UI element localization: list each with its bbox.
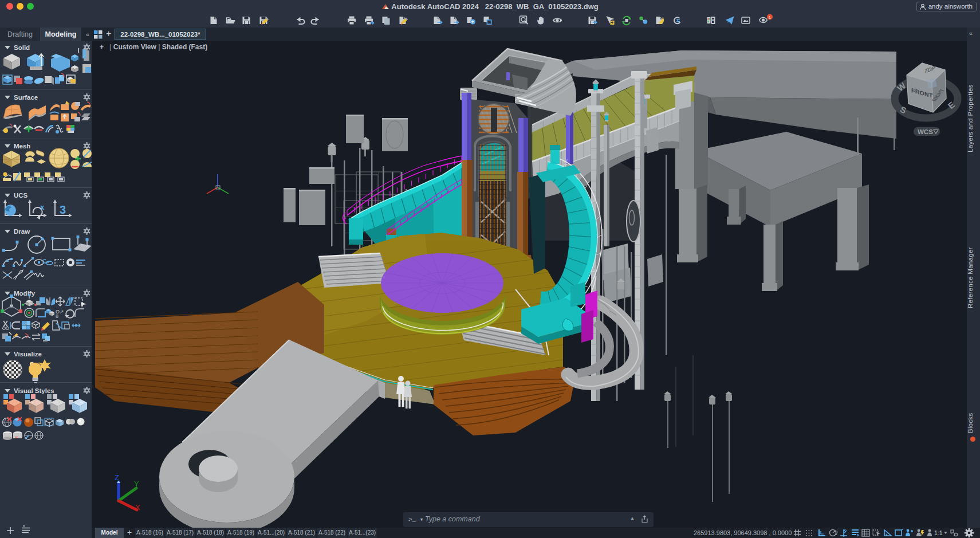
svg-text:Solid: Solid: [14, 44, 30, 51]
svg-text:Draw: Draw: [14, 228, 30, 235]
svg-text:x: x: [40, 203, 45, 211]
svg-text:1:1: 1:1: [934, 529, 943, 536]
svg-text:Y: Y: [134, 480, 139, 488]
svg-text:UCS: UCS: [14, 192, 28, 199]
svg-text:Visualize: Visualize: [14, 351, 42, 358]
svg-text:1: 1: [769, 15, 771, 19]
svg-text:WCS: WCS: [918, 128, 933, 135]
svg-text:∞: ∞: [15, 434, 18, 440]
svg-text:Modify: Modify: [14, 290, 36, 297]
svg-text:8: 8: [56, 313, 58, 319]
svg-text:X: X: [135, 503, 140, 512]
svg-text:Surface: Surface: [14, 94, 38, 101]
svg-text:Mesh: Mesh: [14, 143, 30, 150]
svg-text:Visual Styles: Visual Styles: [14, 387, 54, 394]
svg-text:Z: Z: [115, 473, 119, 482]
svg-text:3: 3: [60, 203, 66, 216]
